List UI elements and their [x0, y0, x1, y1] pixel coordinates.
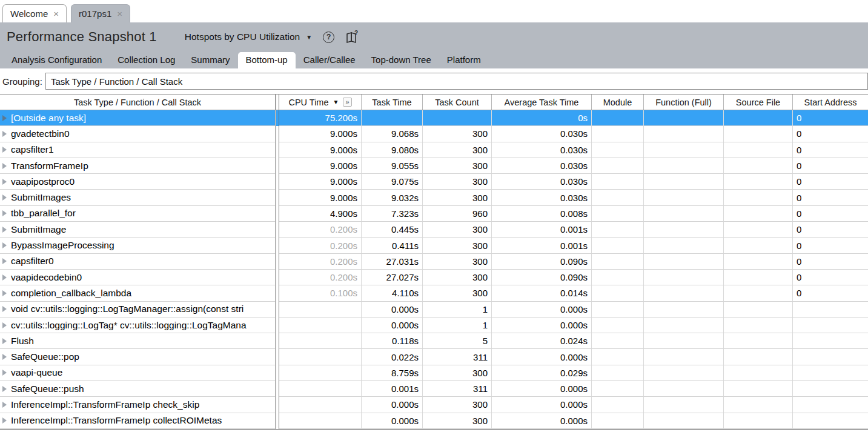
column-header-function-full[interactable]: Function (Full)	[644, 95, 724, 110]
tab-summary[interactable]: Summary	[183, 52, 237, 68]
table-row[interactable]: Flush 0.118s 5 0.024s	[0, 333, 868, 349]
task-time-cell: 9.055s	[362, 158, 423, 174]
close-icon[interactable]: ×	[53, 9, 59, 18]
expand-triangle-icon[interactable]	[2, 386, 7, 392]
tab-collection-log[interactable]: Collection Log	[110, 52, 183, 68]
expand-triangle-icon[interactable]	[2, 194, 7, 201]
task-name-cell[interactable]: BypassImageProcessing	[0, 238, 276, 253]
task-time-cell: 9.032s	[362, 190, 423, 205]
task-name-cell[interactable]: completion_callback_lambda	[0, 285, 276, 301]
task-name-cell[interactable]: Flush	[0, 333, 276, 349]
average-task-time-cell: 0.030s	[492, 142, 592, 158]
expand-triangle-icon[interactable]	[2, 179, 7, 185]
expand-column-button[interactable]: »	[343, 98, 351, 107]
table-row[interactable]: vaapi-queue 8.759s 300 0.029s	[0, 365, 868, 381]
tab-top-down-tree[interactable]: Top-down Tree	[363, 52, 439, 68]
expand-triangle-icon[interactable]	[2, 354, 7, 360]
expand-triangle-icon[interactable]	[2, 115, 7, 121]
table-row[interactable]: SafeQueue::push 0.001s 311 0.000s	[0, 381, 868, 397]
expand-triangle-icon[interactable]	[2, 338, 7, 344]
table-row[interactable]: capsfilter1 9.000s 9.080s 300 0.030s 0	[0, 142, 868, 158]
column-header-start-address[interactable]: Start Address	[793, 95, 868, 110]
start-address-cell: 0	[793, 110, 868, 126]
tab-result-r017ps1[interactable]: r017ps1 ×	[71, 4, 130, 22]
table-row[interactable]: InferenceImpl::TransformFrameIp collectR…	[0, 413, 868, 429]
table-row[interactable]: vaapipostproc0 9.000s 9.075s 300 0.030s …	[0, 174, 868, 190]
expand-triangle-icon[interactable]	[2, 258, 7, 264]
expand-triangle-icon[interactable]	[2, 402, 7, 408]
documentation-button[interactable]: ?	[345, 30, 360, 44]
expand-triangle-icon[interactable]	[2, 306, 7, 312]
task-name-cell[interactable]: InferenceImpl::TransformFrameIp check_sk…	[0, 397, 276, 413]
task-name-cell[interactable]: InferenceImpl::TransformFrameIp collectR…	[0, 413, 276, 429]
expand-triangle-icon[interactable]	[2, 274, 7, 281]
column-header-average-task-time[interactable]: Average Task Time	[492, 95, 592, 110]
task-name-cell[interactable]: capsfilter1	[0, 142, 276, 158]
expand-triangle-icon[interactable]	[2, 147, 7, 153]
expand-triangle-icon[interactable]	[2, 242, 7, 248]
task-name-cell[interactable]: TransformFrameIp	[0, 158, 276, 174]
table-row[interactable]: completion_callback_lambda 0.100s 4.110s…	[0, 285, 868, 301]
task-name-label: vaapidecodebin0	[11, 272, 82, 283]
expand-triangle-icon[interactable]	[2, 322, 7, 328]
tab-analysis-configuration[interactable]: Analysis Configuration	[4, 52, 110, 68]
task-name-cell[interactable]: capsfilter0	[0, 254, 276, 270]
table-row[interactable]: gvadetectbin0 9.000s 9.068s 300 0.030s 0	[0, 126, 868, 142]
svg-text:?: ?	[354, 30, 358, 36]
task-name-cell[interactable]: SafeQueue::push	[0, 381, 276, 397]
column-header-task-count[interactable]: Task Count	[423, 95, 492, 110]
table-row[interactable]: cv::utils::logging::LogTag* cv::utils::l…	[0, 317, 868, 333]
expand-triangle-icon[interactable]	[2, 163, 7, 169]
task-name-cell[interactable]: void cv::utils::logging::LogTagManager::…	[0, 302, 276, 317]
table-row[interactable]: tbb_parallel_for 4.900s 7.323s 960 0.008…	[0, 206, 868, 222]
tab-caller-callee[interactable]: Caller/Callee	[296, 52, 363, 68]
expand-triangle-icon[interactable]	[2, 131, 7, 137]
expand-triangle-icon[interactable]	[2, 210, 7, 216]
task-name-cell[interactable]: [Outside any task]	[0, 110, 276, 126]
viewpoint-selector[interactable]: Hotspots by CPU Utilization ▼	[185, 32, 312, 42]
table-row[interactable]: capsfilter0 0.200s 27.031s 300 0.090s 0	[0, 254, 868, 270]
table-row[interactable]: void cv::utils::logging::LogTagManager::…	[0, 302, 868, 317]
table-row[interactable]: InferenceImpl::TransformFrameIp check_sk…	[0, 397, 868, 413]
module-cell	[592, 206, 644, 222]
tab-welcome[interactable]: Welcome ×	[2, 4, 67, 22]
expand-triangle-icon[interactable]	[2, 227, 7, 233]
grouping-select[interactable]: Task Type / Function / Call Stack	[45, 73, 868, 90]
tab-platform[interactable]: Platform	[439, 52, 489, 68]
task-count-cell	[423, 110, 492, 126]
column-header-cpu-time[interactable]: CPU Time ▼ »	[279, 95, 362, 110]
column-header-source-file[interactable]: Source File	[724, 95, 793, 110]
help-button[interactable]: ?	[323, 32, 334, 43]
task-name-cell[interactable]: SubmitImage	[0, 222, 276, 238]
table-row[interactable]: TransformFrameIp 9.000s 9.055s 300 0.030…	[0, 158, 868, 174]
table-row[interactable]: SubmitImages 9.000s 9.032s 300 0.030s 0	[0, 190, 868, 205]
cpu-time-cell	[279, 317, 362, 333]
task-name-cell[interactable]: vaapipostproc0	[0, 174, 276, 190]
task-name-cell[interactable]: vaapi-queue	[0, 365, 276, 381]
task-name-cell[interactable]: SubmitImages	[0, 190, 276, 205]
column-header-task-type[interactable]: Task Type / Function / Call Stack	[0, 95, 276, 110]
task-name-cell[interactable]: cv::utils::logging::LogTag* cv::utils::l…	[0, 317, 276, 333]
expand-triangle-icon[interactable]	[2, 417, 7, 424]
task-name-cell[interactable]: SafeQueue::pop	[0, 349, 276, 365]
module-cell	[592, 381, 644, 397]
cpu-time-cell: 9.000s	[279, 174, 362, 190]
task-name-cell[interactable]: vaapidecodebin0	[0, 270, 276, 285]
table-row[interactable]: SafeQueue::pop 0.022s 311 0.000s	[0, 349, 868, 365]
expand-triangle-icon[interactable]	[2, 370, 7, 376]
table-row[interactable]: BypassImageProcessing 0.200s 0.411s 300 …	[0, 238, 868, 253]
column-header-module[interactable]: Module	[592, 95, 644, 110]
close-icon[interactable]: ×	[117, 9, 122, 18]
expand-triangle-icon[interactable]	[2, 290, 7, 296]
task-name-cell[interactable]: gvadetectbin0	[0, 126, 276, 142]
task-name-label: completion_callback_lambda	[11, 288, 131, 299]
column-header-task-time[interactable]: Task Time	[362, 95, 423, 110]
table-row[interactable]: vaapidecodebin0 0.200s 27.027s 300 0.090…	[0, 270, 868, 285]
task-name-label: SafeQueue::pop	[11, 351, 79, 362]
tab-bottom-up[interactable]: Bottom-up	[238, 52, 296, 68]
task-count-cell: 300	[423, 126, 492, 142]
table-row[interactable]: SubmitImage 0.200s 0.445s 300 0.001s 0	[0, 222, 868, 238]
cpu-time-cell: 0.100s	[279, 285, 362, 301]
task-name-cell[interactable]: tbb_parallel_for	[0, 206, 276, 222]
table-row[interactable]: [Outside any task] 75.200s 0s 0	[0, 110, 868, 126]
